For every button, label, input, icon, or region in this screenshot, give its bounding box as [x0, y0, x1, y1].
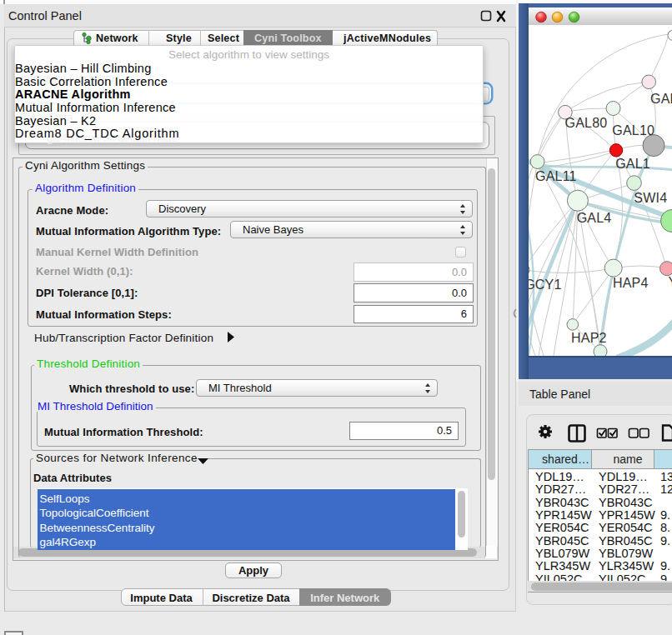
svg-text:GAL4: GAL4 [577, 211, 612, 225]
svg-text:SWI4: SWI4 [634, 191, 667, 205]
svg-text:GAL1: GAL1 [615, 157, 650, 171]
svg-text:GAL10: GAL10 [612, 123, 654, 138]
svg-text:GAL80: GAL80 [565, 116, 608, 130]
svg-text:GAL7: GAL7 [650, 92, 672, 106]
svg-text:HAP4: HAP4 [613, 276, 649, 290]
svg-text:Y: Y [669, 275, 672, 289]
svg-text:HAP2: HAP2 [571, 331, 607, 345]
svg-text:GAL11: GAL11 [535, 169, 577, 183]
svg-text:GCY1: GCY1 [527, 278, 562, 292]
